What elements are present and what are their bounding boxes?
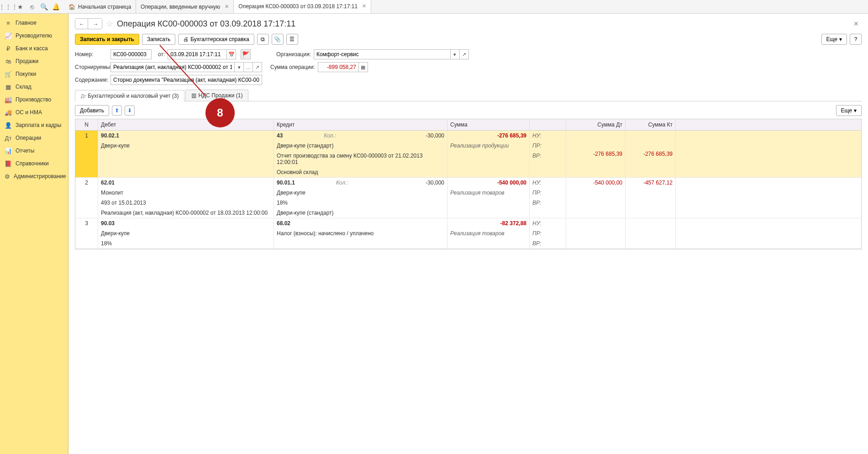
list-button[interactable]: ☰ [286,34,298,45]
accounting-report-button[interactable]: 🖨Бухгалтерская справка [178,34,254,45]
apps-icon[interactable]: ⋮⋮⋮ [3,1,14,12]
bag-icon: 🛍 [5,58,12,65]
sidebar-item-manager[interactable]: 📈Руководителю [0,29,68,42]
calendar-icon[interactable]: 📅 [227,49,236,59]
bell-icon[interactable]: 🔔 [50,1,61,12]
calc-icon[interactable]: ▦ [359,62,368,72]
search-icon[interactable]: 🔍 [38,1,49,12]
doc-icon: ▥ [191,92,196,99]
tab-ops-label: Операции, введенные вручную [141,4,220,10]
table-row[interactable]: 2 62.01 Монолит 493 от 15.01.2013 Реализ… [75,178,861,218]
sum-label: Сумма операции: [270,64,315,70]
sidebar-item-stock[interactable]: ▦Склад [0,80,68,93]
sidebar-item-bank[interactable]: ₽Банк и касса [0,42,68,55]
printer-icon: 🖨 [183,36,189,42]
dkt-icon: Дт [81,94,86,99]
star-icon[interactable]: ★ [15,1,26,12]
save-button[interactable]: Записать [142,34,175,45]
history-icon[interactable]: ⎋ [26,1,37,12]
move-up-button[interactable]: ⬆ [112,106,122,116]
book-icon: 📕 [5,160,12,167]
tabs: 🏠 Начальная страница Операции, введенные… [64,0,371,13]
page-title: Операция КС00-000003 от 03.09.2018 17:17… [117,19,295,29]
table-row[interactable]: 1 90.02.1 Двери-купе 43Кол.:-30,000 Двер… [75,131,861,178]
help-button[interactable]: ? [850,34,862,45]
storn-input[interactable] [110,62,235,72]
gear-icon: ⚙ [5,173,10,180]
attach-button[interactable]: 📎 [272,34,284,45]
col-kt[interactable]: Сумма Кт [626,119,676,130]
home-icon: 🏠 [68,4,75,10]
subtab-accounting[interactable]: ДтБухгалтерский и налоговый учет (3) [75,90,184,101]
cart-icon: 🛒 [5,70,12,78]
nav-buttons: ← → [75,18,102,29]
add-button[interactable]: Добавить [75,105,109,116]
top-bar: ⋮⋮⋮ ★ ⎋ 🔍 🔔 🏠 Начальная страница Операци… [0,0,868,14]
dropdown-icon[interactable]: ▾ [451,49,460,59]
sidebar-item-refs[interactable]: 📕Справочники [0,157,68,170]
tab-doc-label: Операция КС00-000003 от 03.09.2018 17:17… [238,3,358,10]
menu-icon: ≡ [5,19,12,26]
form: Номер: от: 📅 🚩 Организация: ▾ ↗ Сторниру… [75,49,862,85]
col-credit[interactable]: Кредит [274,119,447,130]
grid-toolbar: Добавить ⬆ ⬇ Еще ▾ [75,105,862,116]
chart-icon: 📈 [5,32,12,39]
bars-icon: 📊 [5,147,12,154]
ellipsis-icon[interactable]: … [244,62,253,72]
sidebar-item-payroll[interactable]: 👤Зарплата и кадры [0,119,68,132]
sidebar: ≡Главное 📈Руководителю ₽Банк и касса 🛍Пр… [0,14,68,454]
forward-button[interactable]: → [89,19,102,29]
person-icon: 👤 [5,121,12,129]
system-icons: ⋮⋮⋮ ★ ⎋ 🔍 🔔 [0,1,64,12]
dropdown-icon[interactable]: ▾ [235,62,244,72]
sidebar-item-operations[interactable]: ДтОперации [0,132,68,144]
number-label: Номер: [75,51,108,58]
toolbar: Записать и закрыть Записать 🖨Бухгалтерск… [75,34,862,45]
callout-badge: 8 [205,98,235,127]
close-icon[interactable]: ✕ [362,3,366,9]
tab-document[interactable]: Операция КС00-000003 от 03.09.2018 17:17… [234,0,371,13]
sidebar-item-sales[interactable]: 🛍Продажи [0,55,68,68]
back-button[interactable]: ← [75,19,88,29]
tab-operations[interactable]: Операции, введенные вручную ✕ [136,0,234,13]
box-icon: ▦ [5,83,12,90]
grid-header: N Дебет Кредит Сумма Сумма Дт Сумма Кт [75,119,861,131]
date-input[interactable] [168,49,227,59]
sidebar-item-reports[interactable]: 📊Отчеты [0,144,68,157]
tab-home[interactable]: 🏠 Начальная страница [64,0,136,13]
table-row[interactable]: 3 90.03 Двери-купе 18% 68.02 Налог (взно… [75,218,861,249]
org-label: Организация: [276,51,311,58]
move-down-button[interactable]: ⬇ [125,106,135,116]
col-debit[interactable]: Дебет [98,119,274,130]
tab-home-label: Начальная страница [78,4,131,10]
close-icon[interactable]: ✕ [853,20,862,27]
org-input[interactable] [314,49,451,59]
from-label: от: [158,51,165,58]
col-n[interactable]: N [75,119,98,130]
save-close-button[interactable]: Записать и закрыть [75,34,139,45]
storn-label: Сторнируемый документ: [75,64,108,70]
truck-icon: 🚚 [5,109,12,116]
number-input[interactable] [110,49,152,59]
col-dt[interactable]: Сумма Дт [566,119,626,130]
sidebar-item-main[interactable]: ≡Главное [0,16,68,29]
open-icon[interactable]: ↗ [253,62,262,72]
sidebar-item-admin[interactable]: ⚙Администрирование [0,170,68,183]
entries-grid: N Дебет Кредит Сумма Сумма Дт Сумма Кт 1… [75,119,862,249]
dkt-icon: Дт [5,134,12,142]
more-button[interactable]: Еще ▾ [821,34,847,45]
open-icon[interactable]: ↗ [460,49,469,59]
sidebar-item-production[interactable]: 🏭Производство [0,93,68,106]
subtabs: ДтБухгалтерский и налоговый учет (3) ▥НД… [75,90,862,101]
sidebar-item-assets[interactable]: 🚚ОС и НМА [0,106,68,119]
desc-input[interactable] [110,75,262,85]
sum-input[interactable] [318,62,359,72]
grid-more-button[interactable]: Еще ▾ [836,105,862,116]
copy-button[interactable]: ⧉ [257,34,269,45]
col-sum[interactable]: Сумма [447,119,530,130]
favorite-star-icon[interactable]: ☆ [106,19,113,29]
flag-icon[interactable]: 🚩 [241,49,251,59]
sidebar-item-purchases[interactable]: 🛒Покупки [0,68,68,80]
content: ← → ☆ Операция КС00-000003 от 03.09.2018… [68,14,868,454]
close-icon[interactable]: ✕ [225,4,229,10]
